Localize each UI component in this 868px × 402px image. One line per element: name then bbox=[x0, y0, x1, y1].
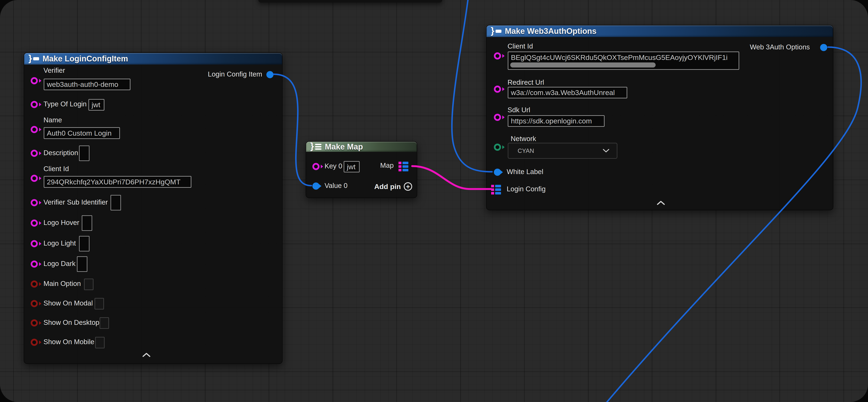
input-pin-description[interactable] bbox=[31, 150, 38, 157]
node-header[interactable]: } Make Web3AuthOptions bbox=[487, 25, 833, 37]
input-pin-client-id[interactable] bbox=[31, 175, 38, 182]
input-pin-show-on-modal[interactable] bbox=[31, 300, 38, 307]
client-id-input[interactable]: 294QRkchfq2YaXUbPri7D6PH7xzHgQMT bbox=[44, 176, 191, 188]
node-make-web3auth-options[interactable]: } Make Web3AuthOptions Web 3Auth Options… bbox=[486, 25, 833, 210]
node-header[interactable]: } Make LoginConfigItem bbox=[24, 53, 282, 64]
pin-label-network: Network bbox=[511, 135, 536, 143]
pin-label-show-on-modal: Show On Modal bbox=[43, 299, 93, 307]
pin-label-key0: Key 0 bbox=[324, 162, 342, 170]
input-pin-show-on-desktop[interactable] bbox=[31, 319, 38, 326]
pin-label-white-label: White Label bbox=[507, 168, 543, 176]
input-pin-main-option[interactable] bbox=[31, 281, 38, 288]
input-pin-logo-dark[interactable] bbox=[31, 260, 38, 268]
pin-label-description: Description bbox=[43, 149, 78, 157]
pin-label-verifier-sub-identifier: Verifier Sub Identifier bbox=[43, 198, 108, 206]
pin-label-client-id: Client Id bbox=[507, 42, 533, 50]
node-title: Make LoginConfigItem bbox=[42, 54, 128, 63]
output-pin-web3auth-options[interactable] bbox=[820, 44, 827, 51]
description-input[interactable] bbox=[79, 145, 90, 161]
network-dropdown[interactable]: CYAN bbox=[508, 143, 617, 159]
type-of-login-input[interactable]: jwt bbox=[88, 99, 104, 111]
make-map-icon: } bbox=[310, 144, 321, 150]
pin-label-login-config: Login Config bbox=[507, 185, 546, 193]
redirect-url-input[interactable]: w3a://com.w3a.Web3AuthUnreal bbox=[508, 87, 627, 98]
pin-label-main-option: Main Option bbox=[43, 280, 81, 288]
logo-hover-input[interactable] bbox=[82, 215, 92, 231]
verifier-input[interactable]: web3auth-auth0-demo bbox=[44, 79, 130, 90]
blueprint-canvas[interactable]: } Make LoginConfigItem Login Config Item… bbox=[0, 0, 868, 402]
network-selected-value: CYAN bbox=[518, 147, 534, 154]
show-on-desktop-checkbox[interactable] bbox=[100, 317, 109, 329]
input-pin-redirect-url[interactable] bbox=[494, 86, 501, 93]
pin-label-login-config-item: Login Config Item bbox=[208, 70, 262, 78]
pin-label-show-on-desktop: Show On Desktop bbox=[43, 318, 99, 326]
name-input[interactable]: Auth0 Custom Login bbox=[44, 127, 120, 139]
logo-light-input[interactable] bbox=[79, 236, 90, 252]
input-pin-type-of-login[interactable] bbox=[31, 101, 38, 108]
pin-label-show-on-mobile: Show On Mobile bbox=[43, 338, 94, 346]
show-on-modal-checkbox[interactable] bbox=[95, 298, 104, 310]
input-pin-client-id[interactable] bbox=[494, 52, 501, 59]
input-pin-value0[interactable] bbox=[312, 182, 319, 190]
pin-label-client-id: Client Id bbox=[43, 165, 69, 173]
node-make-login-config-item[interactable]: } Make LoginConfigItem Login Config Item… bbox=[24, 53, 283, 364]
add-pin-button[interactable]: Add pin + bbox=[374, 182, 412, 191]
input-pin-name[interactable] bbox=[31, 126, 38, 133]
input-pin-white-label[interactable] bbox=[494, 169, 501, 176]
pin-label-verifier: Verifier bbox=[43, 66, 65, 75]
pin-label-value0: Value 0 bbox=[324, 182, 347, 190]
node-title: Make Web3AuthOptions bbox=[505, 27, 596, 36]
make-struct-icon: } bbox=[491, 30, 501, 33]
pin-label-sdk-url: Sdk Url bbox=[507, 106, 530, 114]
input-pin-network[interactable] bbox=[494, 144, 501, 151]
input-pin-verifier[interactable] bbox=[31, 77, 38, 84]
pin-label-type-of-login: Type Of Login bbox=[43, 100, 87, 108]
input-pin-login-config[interactable] bbox=[491, 185, 501, 195]
output-pin-login-config-item[interactable] bbox=[267, 71, 274, 78]
input-pin-key0[interactable] bbox=[312, 163, 319, 170]
offscreen-node-top bbox=[258, 0, 442, 2]
sdk-url-input[interactable]: https://sdk.openlogin.com bbox=[508, 115, 604, 127]
key0-input[interactable]: jwt bbox=[344, 161, 360, 172]
make-struct-icon: } bbox=[28, 57, 39, 60]
add-pin-label: Add pin bbox=[374, 182, 401, 191]
node-make-map[interactable]: } Make Map Key 0 jwt Map Value 0 Add pin… bbox=[306, 141, 417, 198]
input-pin-logo-light[interactable] bbox=[31, 240, 38, 247]
collapse-chevron-icon[interactable] bbox=[657, 200, 665, 206]
show-on-mobile-checkbox[interactable] bbox=[95, 337, 104, 348]
input-pin-show-on-mobile[interactable] bbox=[31, 339, 38, 346]
input-pin-verifier-sub-identifier[interactable] bbox=[31, 199, 38, 206]
pin-label-name: Name bbox=[43, 116, 62, 124]
pin-label-web3auth-options: Web 3Auth Options bbox=[750, 43, 810, 51]
pin-label-logo-light: Logo Light bbox=[43, 239, 76, 247]
pin-label-logo-dark: Logo Dark bbox=[43, 260, 75, 268]
pin-label-redirect-url: Redirect Url bbox=[507, 79, 544, 86]
input-pin-logo-hover[interactable] bbox=[31, 220, 38, 227]
pin-label-logo-hover: Logo Hover bbox=[43, 219, 80, 227]
logo-dark-input[interactable] bbox=[77, 256, 87, 272]
input-pin-sdk-url[interactable] bbox=[494, 114, 501, 121]
client-id-scrollbar[interactable] bbox=[510, 62, 656, 67]
verifier-sub-identifier-input[interactable] bbox=[111, 195, 121, 210]
main-option-checkbox[interactable] bbox=[84, 279, 93, 290]
wire-map-to-loginconfig[interactable] bbox=[412, 166, 491, 189]
chevron-down-icon bbox=[602, 147, 610, 154]
output-pin-map[interactable] bbox=[399, 162, 408, 171]
node-header[interactable]: } Make Map bbox=[306, 142, 417, 152]
node-title: Make Map bbox=[325, 142, 363, 151]
pin-label-map: Map bbox=[380, 162, 394, 169]
add-pin-plus-icon: + bbox=[404, 182, 412, 191]
collapse-chevron-icon[interactable] bbox=[142, 352, 151, 358]
